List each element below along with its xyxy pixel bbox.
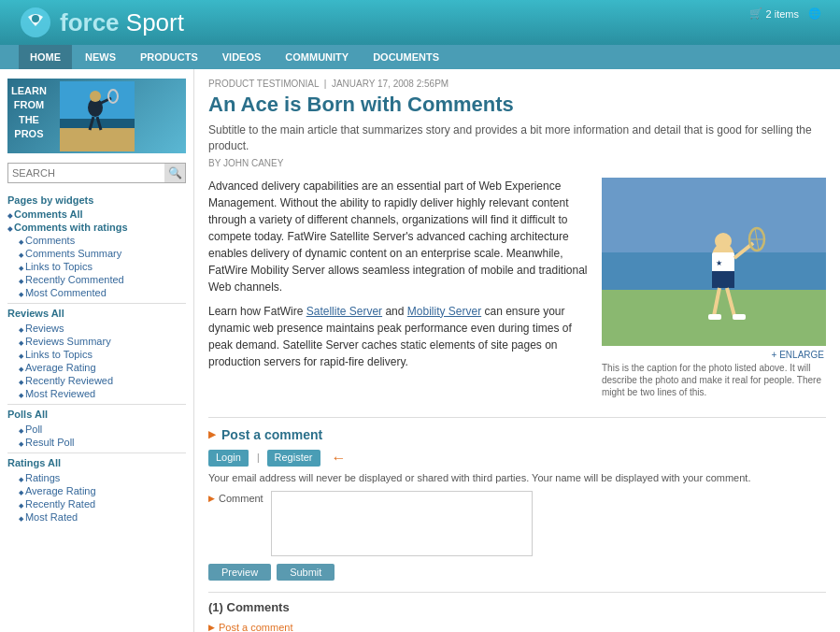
sidebar-link-comments-rated[interactable]: Comments with ratings [7,221,186,234]
site-header: force Sport 🛒 2 items 🌐 [0,0,840,45]
svg-rect-25 [733,314,746,320]
sidebar-link-most-reviewed[interactable]: Most Reviewed [7,387,186,400]
post-comment-link-anchor[interactable]: Post a comment [219,622,292,632]
article-subtitle: Subtitle to the main article that summar… [208,122,826,154]
site-title: force Sport [60,8,184,37]
post-comment-link-row: Post a comment [208,622,826,632]
svg-rect-12 [602,178,826,252]
svg-text:★: ★ [716,259,722,267]
login-link[interactable]: Login [208,450,249,467]
comment-field-label: Comment [208,491,263,504]
sidebar-link-poll[interactable]: Poll [7,423,186,436]
register-link[interactable]: Register [267,450,320,467]
sidebar-link-comments[interactable]: Comments [7,234,186,247]
tennis-image-svg: ★ [602,178,826,346]
comments-count: (1) Comments [208,600,826,614]
svg-point-1 [32,15,39,22]
article-title: An Ace is Born with Comments [208,93,826,117]
sidebar-link-avg-rating[interactable]: Average Rating [7,361,186,374]
cart-area[interactable]: 🛒 2 items 🌐 [749,7,821,20]
logo-icon [19,6,52,39]
sidebar-link-recently-rated[interactable]: Recently Rated [7,497,186,510]
sidebar-polls-all[interactable]: Polls All [7,409,186,420]
sidebar: LEARN FROM THE PROS 🔍 Pages by widgets C… [0,69,194,632]
search-button[interactable]: 🔍 [164,164,185,182]
sidebar-link-most-commented[interactable]: Most Commented [7,286,186,299]
sidebar-link-result-poll[interactable]: Result Poll [7,436,186,449]
sidebar-link-recently-reviewed[interactable]: Recently Reviewed [7,374,186,387]
preview-button[interactable]: Preview [208,564,271,581]
sidebar-ratings-all[interactable]: Ratings All [7,457,186,468]
post-comment-section: Post a comment Login | Register ← Your e… [208,417,826,581]
submit-button[interactable]: Submit [277,564,335,581]
article-content: PRODUCT TESTIMONIAL | JANUARY 17, 2008 2… [194,69,840,632]
sidebar-link-reviews[interactable]: Reviews [7,322,186,335]
sidebar-link-most-rated[interactable]: Most Rated [7,510,186,524]
sidebar-hero-image: LEARN FROM THE PROS [7,79,186,153]
article-image: ★ [602,178,826,346]
svg-point-15 [715,233,732,250]
email-notice: Your email address will never be display… [208,472,826,483]
cart-icon: 🛒 [749,7,762,20]
sidebar-link-comments-summary[interactable]: Comments Summary [7,247,186,260]
enlarge-link[interactable]: + ENLARGE [600,350,824,360]
sidebar-section-pages: Pages by widgets [7,194,186,206]
sidebar-hero-text: LEARN FROM THE PROS [11,84,47,142]
sidebar-link-recently-commented[interactable]: Recently Commented [7,273,186,286]
post-comment-title: Post a comment [208,427,826,442]
sidebar-link-reviews-summary[interactable]: Reviews Summary [7,335,186,348]
form-buttons-row: Preview Submit [208,564,826,581]
sidebar-link-avg-rating2[interactable]: Average Rating [7,484,186,497]
svg-rect-24 [708,314,721,320]
search-input[interactable] [8,164,164,182]
nav-home[interactable]: HOME [19,45,72,69]
sidebar-link-links-to-topics-1[interactable]: Links to Topics [7,260,186,273]
article-author: BY JOHN CANEY [208,158,826,168]
svg-rect-17 [712,271,734,288]
login-arrow: ← [332,450,347,467]
comment-textarea[interactable] [271,491,533,556]
logo-area: force Sport [19,6,184,39]
nav-community[interactable]: COMMUNITY [274,45,360,69]
hero-image-svg [60,81,135,151]
satellite-server-link[interactable]: Satellite Server [306,305,382,318]
cart-count: 2 items [766,8,799,20]
nav-bar: HOME NEWS PRODUCTS VIDEOS COMMUNITY DOCU… [0,45,840,69]
nav-news[interactable]: NEWS [74,45,127,69]
svg-point-6 [90,91,101,102]
flag-icon: 🌐 [808,7,821,20]
image-caption: This is the caption for the photo listed… [602,362,826,398]
comments-list: (1) Comments Post a comment [208,592,826,632]
nav-videos[interactable]: VIDEOS [211,45,273,69]
sidebar-reviews-all[interactable]: Reviews All [7,308,186,319]
nav-products[interactable]: PRODUCTS [129,45,209,69]
mobility-server-link[interactable]: Mobility Server [407,305,481,318]
article-meta: PRODUCT TESTIMONIAL | JANUARY 17, 2008 2… [208,79,826,89]
sidebar-link-comments-all[interactable]: Comments All [7,208,186,221]
sidebar-link-links-topics-2[interactable]: Links to Topics [7,348,186,361]
svg-rect-4 [60,128,135,151]
main-content: LEARN FROM THE PROS 🔍 Pages by widgets C… [0,69,840,632]
nav-documents[interactable]: DOCUMENTS [362,45,450,69]
article-image-container: ★ + ENLARGE This is the caption for the … [602,178,826,398]
login-register-links: Login | Register ← [208,450,826,467]
sidebar-link-ratings[interactable]: Ratings [7,471,186,484]
comment-label-row: Comment [208,491,826,556]
search-box: 🔍 [7,163,186,183]
link-separator: | [257,452,260,463]
